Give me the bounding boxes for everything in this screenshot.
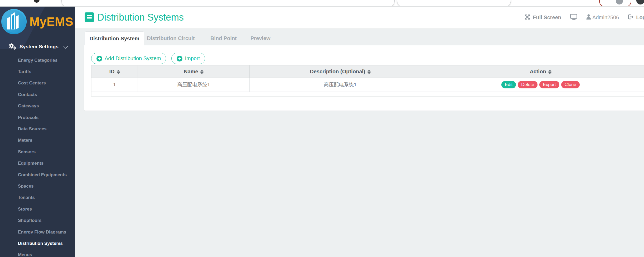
plus-circle-icon (96, 56, 102, 61)
brand-name: MyEMS (30, 15, 73, 29)
menu-icon (87, 15, 92, 16)
tab-preview[interactable]: Preview (250, 31, 270, 45)
add-distribution-system-button[interactable]: Add Distribution System (91, 53, 166, 64)
import-button[interactable]: Import (171, 53, 205, 64)
browser-menu-circle[interactable] (636, 0, 644, 4)
logout-button[interactable]: Logout (628, 14, 644, 21)
cell-id: 1 (91, 78, 138, 92)
sidebar-item-tenants[interactable]: Tenants (0, 192, 75, 203)
sidebar: MyEMS (0, 7, 75, 257)
column-header-id[interactable]: ID (91, 65, 138, 78)
sidebar-item-energy-flow-diagrams[interactable]: Energy Flow Diagrams (0, 226, 75, 238)
sort-icon[interactable] (367, 70, 371, 74)
sidebar-item-energy-categories[interactable]: Energy Categories (0, 55, 75, 66)
app-header: Distribution Systems Full Screen (75, 7, 644, 29)
page-title: Distribution Systems (97, 12, 184, 23)
sidebar-toggle-button[interactable] (85, 12, 94, 22)
fullscreen-icon (524, 14, 530, 21)
tab-bind-point[interactable]: Bind Point (210, 31, 237, 45)
sidebar-item-sensors[interactable]: Sensors (0, 146, 75, 158)
table-empty-row (91, 92, 644, 97)
fullscreen-button[interactable]: Full Screen (524, 14, 561, 21)
table-header-row: ID Name Description (Optional) Action (91, 65, 644, 78)
sidebar-item-stores[interactable]: Stores (0, 203, 75, 215)
sort-icon[interactable] (200, 70, 204, 74)
add-button-label: Add Distribution System (105, 55, 161, 61)
cell-description: 高压配电系统1 (250, 78, 431, 92)
sidebar-item-equipments[interactable]: Equipments (0, 158, 75, 169)
cogs-icon (8, 43, 16, 51)
sidebar-item-tariffs[interactable]: Tariffs (0, 66, 75, 77)
sidebar-item-spaces[interactable]: Spaces (0, 180, 75, 192)
main-content: Distribution Systems Full Screen (75, 7, 644, 257)
chevron-down-icon (64, 44, 68, 49)
display-button[interactable] (570, 14, 577, 22)
fullscreen-label: Full Screen (533, 15, 561, 21)
browser-extension-icon[interactable] (34, 0, 40, 3)
plus-circle-icon (177, 56, 182, 61)
sidebar-nav: Energy Categories Tariffs Cost Centers C… (0, 55, 75, 257)
clone-button[interactable]: Clone (561, 81, 580, 88)
sidebar-item-protocols[interactable]: Protocols (0, 112, 75, 123)
sidebar-item-distribution-systems[interactable]: Distribution Systems (0, 238, 75, 249)
sidebar-item-cost-centers[interactable]: Cost Centers (0, 78, 75, 89)
cell-name: 高压配电系统1 (138, 78, 250, 92)
toolbar: Add Distribution System Import (91, 53, 205, 64)
logout-label: Logout (636, 15, 644, 21)
sidebar-item-meters[interactable]: Meters (0, 135, 75, 146)
export-button[interactable]: Export (539, 81, 559, 88)
column-header-name[interactable]: Name (138, 65, 250, 78)
column-header-description[interactable]: Description (Optional) (250, 65, 431, 78)
distribution-system-card: Add Distribution System Import ID Name (84, 45, 644, 111)
user-menu[interactable]: Admin2506 (586, 14, 619, 21)
myems-logo-icon[interactable] (1, 9, 27, 36)
user-icon (586, 14, 591, 21)
sidebar-item-data-sources[interactable]: Data Sources (0, 123, 75, 135)
distribution-systems-table: ID Name Description (Optional) Action 1 (91, 65, 644, 97)
browser-chrome-strip (0, 0, 644, 7)
sidebar-item-combined-equipments[interactable]: Combined Equipments (0, 169, 75, 180)
cell-actions: Edit Delete Export Clone (431, 78, 644, 92)
browser-profile-pill[interactable] (599, 0, 631, 7)
username: Admin2506 (592, 15, 619, 21)
sidebar-item-menus[interactable]: Menus (0, 249, 75, 257)
sidebar-item-contacts[interactable]: Contacts (0, 89, 75, 100)
tab-distribution-circuit[interactable]: Distribution Circuit (147, 31, 195, 45)
avatar (616, 0, 623, 4)
sidebar-item-gateways[interactable]: Gateways (0, 101, 75, 112)
import-button-label: Import (185, 55, 200, 61)
table-row: 1 高压配电系统1 高压配电系统1 Edit Delete Export Clo… (91, 78, 644, 92)
edit-button[interactable]: Edit (501, 81, 516, 88)
column-header-action[interactable]: Action (431, 65, 644, 78)
sort-icon[interactable] (117, 70, 120, 74)
header-actions: Full Screen Admin25 (524, 7, 644, 28)
delete-button[interactable]: Delete (518, 81, 538, 88)
browser-search-pill[interactable] (397, 0, 511, 7)
sidebar-section-label: System Settings (20, 44, 59, 50)
sidebar-section-system-settings[interactable]: System Settings (0, 42, 75, 51)
browser-address-bar[interactable] (61, 0, 395, 7)
logout-icon (628, 14, 634, 21)
sidebar-item-shopfloors[interactable]: Shopfloors (0, 215, 75, 226)
tab-distribution-system[interactable]: Distribution System (85, 31, 144, 45)
sort-icon[interactable] (548, 70, 551, 74)
monitor-icon (570, 14, 577, 22)
